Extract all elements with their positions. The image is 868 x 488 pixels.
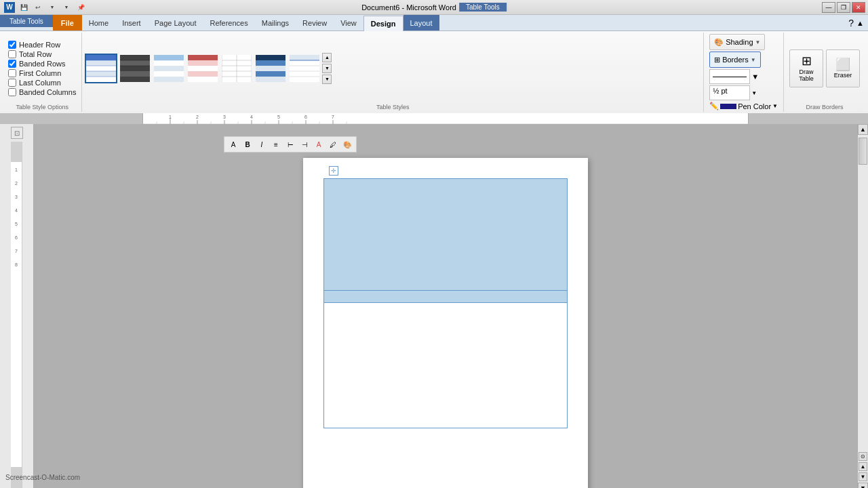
line-style-display bbox=[709, 69, 750, 84]
float-style-btn[interactable]: A bbox=[226, 138, 240, 150]
float-indent-btn[interactable]: ⊢ bbox=[283, 138, 297, 150]
tab-file[interactable]: File bbox=[53, 15, 82, 30]
v-mark-6: 6 bbox=[15, 234, 18, 247]
tab-home[interactable]: Home bbox=[82, 15, 115, 30]
tab-view[interactable]: View bbox=[334, 15, 363, 30]
quick-undo-btn[interactable]: ↩ bbox=[32, 2, 44, 13]
line-weight-dropdown-arrow[interactable]: ▼ bbox=[751, 73, 759, 81]
table-move-handle[interactable]: ✛ bbox=[329, 166, 338, 176]
v-mark-1: 1 bbox=[15, 166, 18, 180]
styles-scroll-down[interactable]: ▼ bbox=[322, 64, 332, 73]
float-highlight-btn[interactable]: 🖊 bbox=[326, 138, 340, 150]
float-outdent-btn[interactable]: ⊣ bbox=[298, 138, 311, 150]
document-canvas[interactable]: A B I ≡ ⊢ ⊣ A 🖊 🎨 ✛ bbox=[34, 124, 857, 488]
label-header-row: Header Row bbox=[19, 41, 60, 49]
shading-dropdown-arrow[interactable]: ▼ bbox=[755, 39, 761, 45]
table-style-7[interactable] bbox=[288, 54, 321, 83]
svg-rect-4 bbox=[86, 77, 116, 82]
page-wrapper: ✛ bbox=[303, 158, 588, 480]
float-italic-btn[interactable]: I bbox=[255, 138, 269, 150]
scroll-down-btn[interactable]: ▼ bbox=[858, 483, 868, 488]
eraser-btn[interactable]: ⬜ Eraser bbox=[826, 49, 860, 87]
pen-color-dropdown-arrow[interactable]: ▼ bbox=[772, 103, 778, 109]
ribbon-help-icon[interactable]: ? bbox=[848, 18, 854, 28]
table-cell-r2c1[interactable] bbox=[324, 291, 568, 303]
tab-layout[interactable]: Layout bbox=[403, 15, 439, 30]
scroll-track[interactable] bbox=[858, 135, 868, 451]
table-style-1[interactable] bbox=[85, 54, 117, 83]
scroll-thumb[interactable] bbox=[859, 138, 867, 165]
restore-btn[interactable]: ❐ bbox=[837, 2, 850, 13]
ribbon: Header Row Total Row Banded Rows First C… bbox=[0, 31, 868, 113]
svg-rect-1 bbox=[86, 60, 116, 66]
tab-design[interactable]: Design bbox=[363, 16, 403, 31]
ruler-area: 1 2 3 4 5 6 7 bbox=[0, 113, 868, 124]
ribbon-group-shading-borders: 🎨 Shading ▼ ⊞ Borders ▼ ▼ bbox=[704, 33, 784, 112]
tab-references[interactable]: References bbox=[203, 15, 254, 30]
scroll-next-btn[interactable]: ▼ bbox=[859, 472, 867, 481]
draw-table-btn[interactable]: ⊞ Draw Table bbox=[789, 49, 823, 87]
svg-text:2: 2 bbox=[196, 115, 199, 119]
float-bold-btn[interactable]: B bbox=[241, 138, 254, 150]
svg-rect-39 bbox=[256, 55, 285, 60]
table-cell-r1c1[interactable] bbox=[324, 179, 568, 291]
v-mark-4: 4 bbox=[15, 207, 18, 220]
ribbon-group-draw-borders: ⊞ Draw Table ⬜ Eraser Draw Borders bbox=[784, 33, 865, 112]
table-styles-content: ▲ ▼ ▼ bbox=[85, 34, 701, 102]
svg-rect-12 bbox=[120, 66, 150, 71]
quick-save-btn[interactable]: 💾 bbox=[18, 2, 30, 13]
tab-insert[interactable]: Insert bbox=[115, 15, 148, 30]
table-styles-scroll: ▲ ▼ ▼ bbox=[322, 53, 332, 84]
table-style-2[interactable] bbox=[119, 54, 151, 83]
tab-mailings[interactable]: Mailings bbox=[255, 15, 296, 30]
checkbox-banded-columns[interactable] bbox=[8, 88, 16, 96]
tab-page-layout[interactable]: Page Layout bbox=[148, 15, 203, 30]
group-label-table-styles: Table Styles bbox=[85, 102, 701, 110]
right-scrollbar: ▲ ⊙ ▲ ▼ ▼ bbox=[857, 124, 868, 488]
table-style-4[interactable] bbox=[186, 54, 219, 83]
scroll-select-browse-btn[interactable]: ⊙ bbox=[859, 452, 867, 461]
window-title: Document6 - Microsoft Word Table Tools bbox=[361, 3, 507, 12]
quick-dropdown2-btn[interactable]: ▼ bbox=[60, 2, 73, 13]
table-cell-r3c1[interactable] bbox=[324, 303, 568, 428]
svg-rect-10 bbox=[120, 55, 150, 60]
pen-color-row: ✏️ Pen Color ▼ bbox=[709, 102, 778, 110]
svg-rect-21 bbox=[154, 71, 184, 77]
close-btn[interactable]: ✕ bbox=[852, 2, 865, 13]
styles-scroll-more[interactable]: ▼ bbox=[322, 75, 332, 84]
table-style-3[interactable] bbox=[153, 54, 185, 83]
ribbon-minimize-icon[interactable]: ▲ bbox=[856, 19, 864, 27]
checkbox-first-column[interactable] bbox=[8, 69, 16, 77]
minimize-btn[interactable]: — bbox=[822, 2, 835, 13]
floating-toolbar: A B I ≡ ⊢ ⊣ A 🖊 🎨 bbox=[224, 136, 357, 152]
svg-rect-18 bbox=[154, 55, 184, 60]
float-center-btn[interactable]: ≡ bbox=[269, 138, 283, 150]
table-style-5[interactable] bbox=[220, 54, 253, 83]
line-weight-input[interactable]: ½ pt bbox=[709, 85, 750, 100]
svg-rect-13 bbox=[120, 71, 150, 77]
table-style-options-content: Header Row Total Row Banded Rows First C… bbox=[8, 34, 76, 102]
tab-review[interactable]: Review bbox=[296, 15, 334, 30]
quick-dropdown1-btn[interactable]: ▼ bbox=[46, 2, 58, 13]
shading-label: Shading bbox=[726, 38, 753, 46]
float-color-btn[interactable]: A bbox=[312, 138, 326, 150]
checkbox-header-row[interactable] bbox=[8, 41, 16, 49]
float-extra-btn[interactable]: 🎨 bbox=[340, 138, 354, 150]
scroll-extra-btns: ⊙ ▲ ▼ bbox=[858, 451, 868, 483]
scroll-prev-btn[interactable]: ▲ bbox=[859, 462, 867, 471]
checkbox-banded-rows[interactable] bbox=[8, 60, 16, 68]
doc-table[interactable] bbox=[323, 178, 568, 428]
checkbox-last-column[interactable] bbox=[8, 79, 16, 87]
quick-extra-btn[interactable]: 📌 bbox=[75, 2, 87, 13]
borders-dropdown-arrow[interactable]: ▼ bbox=[751, 57, 756, 63]
borders-btn[interactable]: ⊞ Borders ▼ bbox=[709, 52, 760, 68]
line-weight-val-dropdown[interactable]: ▼ bbox=[751, 90, 757, 96]
checkbox-total-row[interactable] bbox=[8, 50, 16, 58]
svg-rect-51 bbox=[143, 113, 748, 124]
shading-btn[interactable]: 🎨 Shading ▼ bbox=[709, 34, 765, 50]
scroll-up-btn[interactable]: ▲ bbox=[858, 124, 868, 135]
table-style-6[interactable] bbox=[254, 54, 287, 83]
styles-scroll-up[interactable]: ▲ bbox=[322, 53, 332, 62]
svg-rect-14 bbox=[120, 77, 150, 82]
ruler-toggle-btn[interactable]: ⊡ bbox=[11, 127, 23, 139]
